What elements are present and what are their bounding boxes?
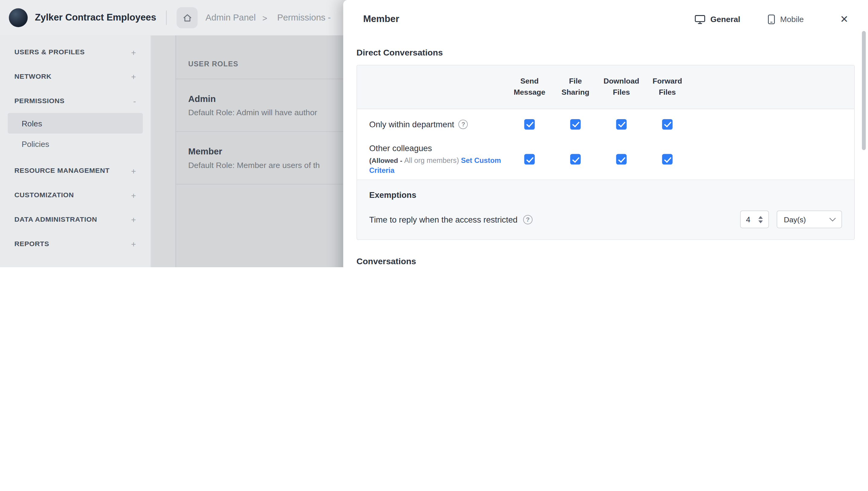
tab-mobile[interactable]: Mobile bbox=[768, 15, 804, 24]
close-icon[interactable]: ✕ bbox=[836, 15, 852, 24]
column-header-download-files: Download Files bbox=[598, 76, 644, 98]
permission-checkbox[interactable] bbox=[616, 119, 627, 129]
step-down-icon[interactable] bbox=[758, 221, 763, 223]
org-title: Zylker Contract Employees bbox=[35, 12, 156, 23]
column-header-file-sharing: File Sharing bbox=[553, 76, 598, 98]
sidebar-item-label: RESOURCE MANAGEMENT bbox=[14, 167, 110, 175]
screen: Zylker Contract Employees Admin Panel > … bbox=[0, 0, 868, 267]
row-sublabel: (Allowed - All org members) Set Custom C… bbox=[369, 155, 503, 175]
permission-cell bbox=[598, 119, 644, 129]
modal-body: Direct Conversations Send MessageFile Sh… bbox=[343, 39, 868, 267]
topbar-divider bbox=[166, 10, 167, 25]
sidebar-item-resource-management[interactable]: RESOURCE MANAGEMENT + bbox=[0, 158, 151, 183]
permission-checkbox[interactable] bbox=[570, 154, 581, 165]
sidebar: USERS & PROFILES + NETWORK + PERMISSIONS… bbox=[0, 36, 151, 267]
exemptions-row: Time to reply when the access restricted… bbox=[369, 211, 842, 229]
stepper-arrows[interactable] bbox=[755, 216, 768, 223]
permission-cell bbox=[507, 154, 553, 165]
sidebar-item-label: CUSTOMIZATION bbox=[14, 191, 74, 199]
member-role-modal: Member General Mobile ✕ Dir bbox=[343, 0, 868, 267]
row-label: Other colleagues (Allowed - All org memb… bbox=[357, 139, 507, 180]
sidebar-item-label: REPORTS bbox=[14, 240, 49, 248]
row-label: Only within department ? bbox=[357, 115, 507, 133]
tab-label: General bbox=[710, 15, 740, 24]
tab-general[interactable]: General bbox=[695, 15, 741, 24]
help-icon[interactable]: ? bbox=[459, 119, 468, 129]
sidebar-item-label: PERMISSIONS bbox=[14, 97, 65, 105]
column-header-forward-files: Forward Files bbox=[644, 76, 690, 98]
exemptions-section: Exemptions Time to reply when the access… bbox=[357, 180, 854, 239]
permission-cell bbox=[553, 154, 598, 165]
exemptions-controls: 4 Day(s) bbox=[740, 211, 842, 229]
breadcrumb-permissions[interactable]: Permissions - bbox=[277, 13, 331, 23]
permission-cell bbox=[598, 154, 644, 165]
sidebar-item-label: NETWORK bbox=[14, 73, 52, 81]
permission-cell bbox=[553, 119, 598, 129]
collapse-icon: - bbox=[133, 96, 136, 106]
row-label-text: Only within department bbox=[369, 119, 454, 129]
reply-time-unit-select[interactable]: Day(s) bbox=[777, 211, 842, 229]
home-icon bbox=[182, 12, 193, 23]
sidebar-item-network[interactable]: NETWORK + bbox=[0, 64, 151, 89]
table-header-row: Send MessageFile SharingDownload FilesFo… bbox=[357, 65, 854, 109]
sidebar-item-reports[interactable]: REPORTS + bbox=[0, 232, 151, 256]
expand-icon: + bbox=[131, 47, 136, 57]
tab-label: Mobile bbox=[780, 15, 804, 24]
expand-icon: + bbox=[131, 72, 136, 81]
permission-checkbox[interactable] bbox=[616, 154, 627, 165]
modal-title: Member bbox=[363, 14, 399, 25]
sidebar-item-policies[interactable]: Policies bbox=[8, 134, 143, 154]
permission-checkbox[interactable] bbox=[662, 154, 673, 165]
sidebar-item-permissions[interactable]: PERMISSIONS - bbox=[0, 89, 151, 113]
permission-checkbox[interactable] bbox=[662, 119, 673, 129]
breadcrumb-separator: > bbox=[262, 13, 267, 22]
sidebar-item-label: Roles bbox=[22, 119, 42, 127]
permission-checkbox[interactable] bbox=[570, 119, 581, 129]
sidebar-item-label: Policies bbox=[22, 139, 50, 148]
column-header-send-message: Send Message bbox=[507, 76, 553, 98]
row-label-text: Other colleagues bbox=[369, 144, 503, 153]
allowed-prefix: (Allowed - bbox=[369, 157, 404, 165]
permission-checkbox[interactable] bbox=[524, 154, 535, 165]
permission-cell bbox=[507, 119, 553, 129]
org-logo-icon bbox=[9, 8, 27, 27]
sidebar-item-roles[interactable]: Roles bbox=[8, 113, 143, 134]
expand-icon: + bbox=[131, 190, 136, 200]
expand-icon: + bbox=[131, 166, 136, 175]
direct-conversations-table: Send MessageFile SharingDownload FilesFo… bbox=[356, 65, 855, 240]
sidebar-item-label: USERS & PROFILES bbox=[14, 48, 85, 56]
unit-select-value: Day(s) bbox=[784, 215, 806, 224]
reply-time-value[interactable]: 4 bbox=[741, 215, 756, 224]
sidebar-item-users-profiles[interactable]: USERS & PROFILES + bbox=[0, 40, 151, 64]
help-icon[interactable]: ? bbox=[523, 215, 532, 224]
allowed-value: All org members) bbox=[404, 156, 459, 165]
permission-checkbox[interactable] bbox=[524, 119, 535, 129]
expand-icon: + bbox=[131, 239, 136, 249]
exemptions-heading: Exemptions bbox=[369, 190, 842, 200]
exemptions-label-text: Time to reply when the access restricted bbox=[369, 215, 518, 224]
section-heading-conversations: Conversations bbox=[356, 257, 855, 267]
step-up-icon[interactable] bbox=[758, 216, 763, 219]
table-row-other-colleagues: Other colleagues (Allowed - All org memb… bbox=[357, 139, 854, 180]
breadcrumb-admin-panel[interactable]: Admin Panel bbox=[206, 13, 256, 23]
section-heading-direct-conversations: Direct Conversations bbox=[356, 48, 855, 58]
modal-scrollbar[interactable] bbox=[862, 31, 866, 150]
mobile-icon bbox=[768, 15, 775, 24]
sidebar-item-data-administration[interactable]: DATA ADMINISTRATION + bbox=[0, 207, 151, 232]
sidebar-item-customization[interactable]: CUSTOMIZATION + bbox=[0, 183, 151, 207]
exemptions-row-label: Time to reply when the access restricted… bbox=[369, 215, 532, 224]
expand-icon: + bbox=[131, 215, 136, 224]
home-button[interactable] bbox=[177, 7, 198, 28]
monitor-icon bbox=[695, 15, 706, 24]
sidebar-item-label: DATA ADMINISTRATION bbox=[14, 215, 97, 223]
permission-cell bbox=[644, 154, 690, 165]
modal-header: Member General Mobile ✕ bbox=[343, 0, 868, 39]
permission-cell bbox=[644, 119, 690, 129]
table-row-only-within-department: Only within department ? bbox=[357, 109, 854, 139]
chevron-down-icon bbox=[830, 215, 836, 222]
reply-time-stepper[interactable]: 4 bbox=[740, 211, 769, 229]
